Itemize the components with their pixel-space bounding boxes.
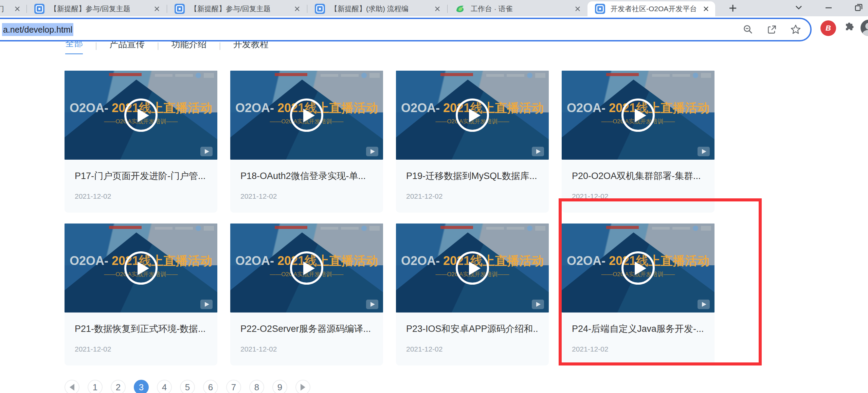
card-body: P18-OAuth2微信登录实现-单... 2021-12-02	[230, 160, 383, 213]
browser-toolbar: a.net/develop.html	[0, 16, 868, 40]
thumbnail-brand-text: O2OA-	[235, 101, 277, 115]
tab-search-chevron-icon[interactable]	[794, 3, 803, 12]
card-body: P22-O2Server服务器源码编译... 2021-12-02	[230, 312, 383, 365]
restore-window-icon[interactable]	[854, 3, 863, 12]
video-thumbnail[interactable]: O2OA- 2021线上直播活动 ——O2OA实战开发培训——	[65, 71, 217, 160]
page-button-3-active[interactable]: 3	[134, 380, 149, 393]
watermark-play-icon	[200, 147, 213, 156]
close-icon[interactable]	[152, 4, 161, 13]
tab-forum-help[interactable]: 【新提醒】(求助) 流程编	[307, 1, 447, 16]
bookmark-star-icon[interactable]	[790, 24, 801, 35]
video-card-p19[interactable]: O2OA- 2021线上直播活动 ——O2OA实战开发培训—— P19-迁移数据…	[396, 71, 549, 213]
page-button-8[interactable]: 8	[249, 380, 264, 393]
video-thumbnail[interactable]: O2OA- 2021线上直播活动 ——O2OA实战开发培训——	[562, 71, 715, 160]
play-button-icon[interactable]	[124, 99, 158, 132]
thumbnail-art	[109, 73, 142, 76]
video-date: 2021-12-02	[240, 192, 373, 200]
video-date: 2021-12-02	[240, 345, 373, 353]
thumbnail-art	[440, 73, 473, 76]
extensions-puzzle-icon[interactable]	[842, 21, 856, 35]
page-button-5[interactable]: 5	[180, 380, 195, 393]
thumbnail-logos	[155, 73, 214, 78]
page-button-2[interactable]: 2	[111, 380, 126, 393]
video-card-p20[interactable]: O2OA- 2021线上直播活动 ——O2OA实战开发培训—— P20-O2OA…	[562, 71, 715, 213]
tab-forum-1[interactable]: 【新提醒】参与/回复主题	[27, 1, 167, 16]
play-button-icon[interactable]	[290, 99, 323, 132]
zoom-out-icon[interactable]	[742, 24, 754, 35]
watermark-play-icon	[698, 147, 710, 156]
video-title[interactable]: P18-OAuth2微信登录实现-单...	[240, 170, 373, 182]
tab-title: 【新提醒】(求助) 流程编	[330, 4, 430, 14]
card-body: P17-门户页面开发进阶-门户管... 2021-12-02	[65, 160, 217, 213]
share-icon[interactable]	[766, 24, 778, 35]
pagination: 1 2 3 4 5 6 7 8 9	[65, 380, 868, 393]
filter-separator: |	[95, 41, 97, 54]
thumbnail-brand-text: O2OA-	[70, 254, 112, 268]
minimize-icon[interactable]	[824, 3, 833, 12]
address-bar[interactable]: a.net/develop.html	[0, 18, 812, 41]
tab-o2oa-developer-active[interactable]: 开发者社区-O2OA开发平台	[587, 1, 715, 16]
video-card-p18[interactable]: O2OA- 2021线上直播活动 ——O2OA实战开发培训—— P18-OAut…	[230, 71, 383, 213]
play-button-icon[interactable]	[621, 99, 655, 132]
video-thumbnail[interactable]: O2OA- 2021线上直播活动 ——O2OA实战开发培训——	[230, 71, 383, 160]
video-title[interactable]: P22-O2Server服务器源码编译...	[240, 323, 373, 335]
video-thumbnail[interactable]: O2OA- 2021线上直播活动 ——O2OA实战开发培训——	[65, 224, 217, 312]
video-title[interactable]: P17-门户页面开发进阶-门户管...	[75, 170, 207, 182]
url-text[interactable]: a.net/develop.html	[2, 25, 73, 35]
browser-chrome: 门 【新提醒】参与/回复主题 【新提醒】参与/回复主题	[0, 0, 868, 40]
page-button-9[interactable]: 9	[272, 380, 287, 393]
video-thumbnail[interactable]: O2OA- 2021线上直播活动 ——O2OA实战开发培训——	[396, 71, 549, 160]
card-body: P23-IOS和安卓APP源码介绍和... 2021-12-02	[396, 312, 549, 365]
video-thumbnail[interactable]: O2OA- 2021线上直播活动 ——O2OA实战开发培训——	[230, 224, 383, 312]
card-body: P21-数据恢复到正式环境-数据... 2021-12-02	[65, 312, 217, 365]
play-button-icon[interactable]	[290, 251, 323, 285]
yuque-favicon-icon	[455, 4, 465, 14]
next-page-arrow-icon[interactable]	[295, 380, 310, 393]
close-icon[interactable]	[13, 4, 22, 13]
video-date: 2021-12-02	[406, 345, 539, 353]
video-date: 2021-12-02	[406, 192, 539, 200]
page-button-4[interactable]: 4	[157, 380, 172, 393]
tab-yuque[interactable]: 工作台 · 语雀	[448, 1, 587, 16]
card-body: P19-迁移数据到MySQL数据库... 2021-12-02	[396, 160, 549, 213]
watermark-play-icon	[366, 300, 378, 309]
o2oa-favicon-icon	[34, 4, 44, 14]
video-card-p21[interactable]: O2OA- 2021线上直播活动 ——O2OA实战开发培训—— P21-数据恢复…	[65, 224, 217, 365]
video-thumbnail[interactable]: O2OA- 2021线上直播活动 ——O2OA实战开发培训——	[396, 224, 549, 312]
video-title[interactable]: P19-迁移数据到MySQL数据库...	[406, 170, 539, 182]
thumbnail-logos	[155, 226, 214, 231]
close-icon[interactable]	[293, 4, 302, 13]
prev-page-arrow-icon[interactable]	[65, 380, 79, 393]
play-button-icon[interactable]	[456, 251, 489, 285]
thumbnail-art	[606, 73, 639, 76]
video-title[interactable]: P23-IOS和安卓APP源码介绍和...	[406, 323, 539, 335]
thumbnail-art	[275, 226, 307, 229]
thumbnail-logos	[652, 73, 711, 78]
video-card-p22[interactable]: O2OA- 2021线上直播活动 ——O2OA实战开发培训—— P22-O2Se…	[230, 224, 383, 365]
page-button-7[interactable]: 7	[226, 380, 241, 393]
tab-title: 【新提醒】参与/回复主题	[190, 4, 289, 14]
video-title[interactable]: P20-O2OA双机集群部署-集群...	[572, 170, 704, 182]
video-title[interactable]: P21-数据恢复到正式环境-数据...	[75, 323, 207, 335]
tab-bar: 门 【新提醒】参与/回复主题 【新提醒】参与/回复主题	[0, 0, 868, 16]
play-button-icon[interactable]	[124, 251, 158, 285]
video-date: 2021-12-02	[75, 345, 207, 353]
o2oa-favicon-icon	[315, 4, 325, 14]
extension-badge[interactable]: B	[820, 20, 836, 36]
play-button-icon[interactable]	[456, 99, 489, 132]
page-button-1[interactable]: 1	[88, 380, 103, 393]
tab-forum-2[interactable]: 【新提醒】参与/回复主题	[167, 1, 307, 16]
close-icon[interactable]	[702, 4, 710, 13]
new-tab-button[interactable]	[725, 1, 740, 15]
close-icon[interactable]	[573, 4, 582, 13]
video-card-p17[interactable]: O2OA- 2021线上直播活动 ——O2OA实战开发培训—— P17-门户页面…	[65, 71, 217, 213]
annotation-highlight-box	[559, 198, 762, 365]
thumbnail-logos	[321, 226, 380, 231]
thumbnail-logos	[486, 226, 545, 231]
close-icon[interactable]	[433, 4, 442, 13]
page-button-6[interactable]: 6	[203, 380, 218, 393]
video-card-p23[interactable]: O2OA- 2021线上直播活动 ——O2OA实战开发培训—— P23-IOS和…	[396, 224, 549, 365]
watermark-play-icon	[200, 300, 213, 309]
omnibox-actions	[742, 24, 801, 35]
tab-partial[interactable]: 门	[0, 1, 26, 16]
